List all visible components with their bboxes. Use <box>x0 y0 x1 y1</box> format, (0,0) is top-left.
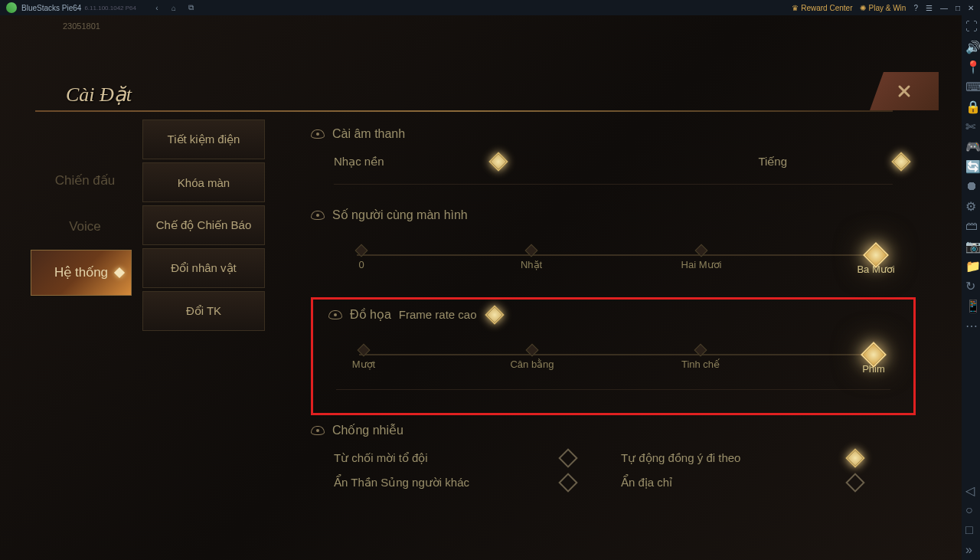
graphics-opt-refined[interactable]: Tinh chế <box>696 345 705 364</box>
tab-voice[interactable]: Voice <box>35 204 135 250</box>
game-build-number: 23051801 <box>63 21 100 31</box>
rail-macro-icon[interactable]: ⚙ <box>965 199 976 210</box>
tab-combat[interactable]: Chiến đấu <box>35 158 135 204</box>
graphics-opt-balanced[interactable]: Cân bằng <box>528 345 537 364</box>
game-viewport: 23051801 Cài Đặt Chiến đấu Voice Hệ thốn… <box>0 15 962 560</box>
panel-title: Cài Đặt <box>66 83 132 106</box>
emulator-name: BlueStacks Pie64 <box>21 4 81 12</box>
rail-rotate-icon[interactable]: ↻ <box>965 279 976 290</box>
framerate-toggle[interactable] <box>485 305 504 324</box>
back-icon[interactable]: ‹ <box>150 2 164 14</box>
framerate-label: Frame rate cao <box>399 308 477 321</box>
players-opt-pickup[interactable]: Nhặt <box>527 246 536 264</box>
btn-battle-report[interactable]: Chế độ Chiến Báo <box>142 205 265 245</box>
play-win-button[interactable]: ✺Play & Win <box>860 4 906 12</box>
players-opt-twenty[interactable]: Hai Mươi <box>697 246 706 264</box>
bluestacks-logo-icon <box>6 2 17 13</box>
rail-shake-icon[interactable]: 📱 <box>965 299 976 309</box>
section-disturb: Chống nhiễu Từ chối mời tổ đội Tự động đ… <box>311 423 916 490</box>
sound-label: Tiếng <box>758 155 787 169</box>
players-title: Số người cùng màn hình <box>332 208 468 222</box>
section-graphics: Đồ họa Frame rate cao Mượt Cân bằng <box>313 307 913 390</box>
close-window-icon[interactable]: ✕ <box>968 4 974 12</box>
graphics-opt-cinema[interactable]: Phim <box>864 345 883 364</box>
rail-screenshot-icon[interactable]: 📷 <box>965 239 976 250</box>
settings-panel: Cài Đặt Chiến đấu Voice Hệ thống Tiết ki… <box>35 77 939 552</box>
rail-keyboard-icon[interactable]: ⌨ <box>965 80 976 90</box>
players-opt-0[interactable]: 0 <box>357 246 366 264</box>
rail-record-icon[interactable]: ⏺ <box>965 179 976 190</box>
graphics-highlight: Đồ họa Frame rate cao Mượt Cân bằng <box>311 297 916 415</box>
close-panel-button[interactable] <box>870 72 939 110</box>
graphics-opt-smooth[interactable]: Mượt <box>359 345 368 364</box>
btn-change-account[interactable]: Đổi TK <box>142 291 265 331</box>
minimize-icon[interactable]: — <box>940 4 948 12</box>
emulator-topbar: BlueStacks Pie64 6.11.100.1042 P64 ‹ ⌂ ⧉… <box>0 0 980 15</box>
rail-multi-icon[interactable]: 🗃 <box>965 219 976 230</box>
rail-back-icon[interactable]: ◁ <box>965 483 976 494</box>
rail-location-icon[interactable]: 📍 <box>965 60 976 70</box>
reject-party-label: Từ chối mời tổ đội <box>334 451 428 465</box>
rail-home-icon[interactable]: ○ <box>965 503 976 514</box>
reward-center-button[interactable]: ♛Reward Center <box>792 4 852 12</box>
hide-pet-toggle[interactable] <box>558 473 577 492</box>
hide-pet-label: Ẩn Thần Sủng người khác <box>334 476 469 490</box>
eye-icon <box>328 310 342 319</box>
audio-title: Cài âm thanh <box>332 127 405 141</box>
rail-recents-icon[interactable]: □ <box>965 523 976 534</box>
btn-power-save[interactable]: Tiết kiệm điện <box>142 120 265 159</box>
rail-more-icon[interactable]: ⋯ <box>965 319 976 329</box>
settings-content: Cài âm thanh Nhạc nền Tiếng <box>265 112 939 549</box>
hide-addr-toggle[interactable] <box>845 473 864 492</box>
eye-icon <box>311 426 325 435</box>
rail-fullscreen-icon[interactable]: ⛶ <box>965 20 976 31</box>
btn-change-character[interactable]: Đổi nhân vật <box>142 248 265 288</box>
graphics-slider[interactable]: Mượt Cân bằng Tinh chế Phim <box>313 336 913 374</box>
maximize-icon[interactable]: □ <box>956 4 960 12</box>
disturb-title: Chống nhiễu <box>332 423 403 437</box>
close-icon <box>895 82 913 100</box>
bgmusic-toggle[interactable] <box>488 152 508 171</box>
action-buttons-column: Tiết kiệm điện Khóa màn Chế độ Chiến Báo… <box>135 112 265 549</box>
emulator-version: 6.11.100.1042 P64 <box>84 5 136 11</box>
rail-lock-icon[interactable]: 🔒 <box>965 100 976 110</box>
menu-icon[interactable]: ☰ <box>926 4 933 12</box>
rail-trim-icon[interactable]: ✄ <box>965 120 976 130</box>
rail-gamepad-icon[interactable]: 🎮 <box>965 139 976 150</box>
rail-media-icon[interactable]: 📁 <box>965 259 976 270</box>
eye-icon <box>311 211 325 220</box>
eye-icon <box>311 129 325 139</box>
recents-icon[interactable]: ⧉ <box>184 2 198 14</box>
players-opt-thirty[interactable]: Ba Mươi <box>867 246 885 264</box>
emulator-right-rail: ⛶ 🔊 📍 ⌨ 🔒 ✄ 🎮 🔄 ⏺ ⚙ 🗃 📷 📁 ↻ 📱 ⋯ ◁ ○ □ » <box>962 15 980 560</box>
rail-sync-icon[interactable]: 🔄 <box>965 159 976 170</box>
players-slider[interactable]: 0 Nhặt Hai Mươi Ba Mươi <box>311 236 916 274</box>
rail-expand-icon[interactable]: » <box>965 543 976 554</box>
help-icon[interactable]: ? <box>913 4 918 12</box>
hide-addr-label: Ẩn địa chỉ <box>621 476 672 490</box>
section-audio: Cài âm thanh Nhạc nền Tiếng <box>311 127 916 185</box>
auto-follow-label: Tự động đồng ý đi theo <box>621 451 740 465</box>
sound-toggle[interactable] <box>891 152 910 171</box>
graphics-title: Đồ họa <box>350 307 391 322</box>
category-tabs: Chiến đấu Voice Hệ thống <box>35 112 135 549</box>
btn-lock-screen[interactable]: Khóa màn <box>142 162 265 202</box>
section-players: Số người cùng màn hình 0 Nhặt Hai Mươi B… <box>311 208 916 274</box>
tab-system[interactable]: Hệ thống <box>31 250 132 296</box>
bgmusic-label: Nhạc nền <box>334 155 384 169</box>
auto-follow-toggle[interactable] <box>845 448 864 467</box>
panel-header: Cài Đặt <box>35 77 939 112</box>
rail-volume-icon[interactable]: 🔊 <box>965 40 976 51</box>
home-icon[interactable]: ⌂ <box>167 2 181 14</box>
reject-party-toggle[interactable] <box>558 448 577 467</box>
